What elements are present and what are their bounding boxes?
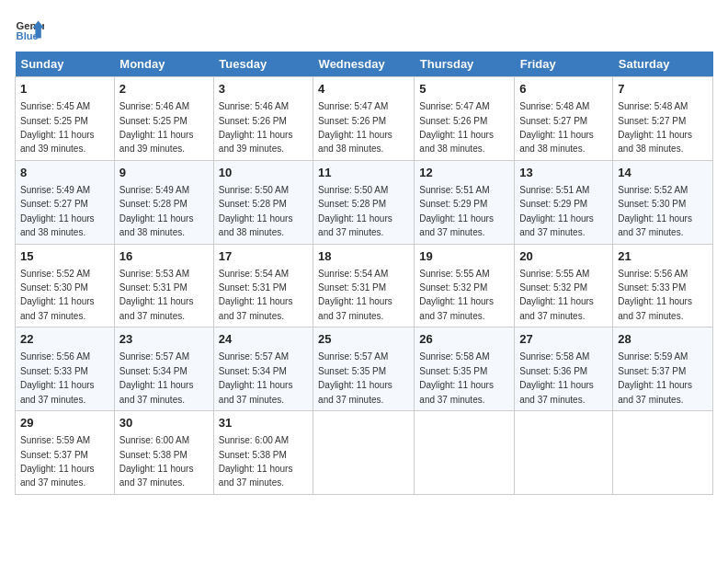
- day-number: 31: [219, 415, 308, 431]
- day-info: Sunrise: 5:53 AMSunset: 5:31 PMDaylight:…: [119, 269, 194, 321]
- day-info: Sunrise: 5:46 AMSunset: 5:25 PMDaylight:…: [119, 101, 194, 154]
- day-number: 4: [318, 81, 409, 98]
- day-number: 8: [20, 165, 109, 181]
- day-number: 7: [618, 81, 708, 98]
- calendar-cell: 12 Sunrise: 5:51 AMSunset: 5:29 PMDaylig…: [415, 160, 515, 244]
- day-info: Sunrise: 5:56 AMSunset: 5:33 PMDaylight:…: [20, 351, 95, 404]
- day-number: 22: [20, 331, 109, 348]
- calendar-cell: 7 Sunrise: 5:48 AMSunset: 5:27 PMDayligh…: [613, 77, 713, 161]
- calendar-cell: 27 Sunrise: 5:58 AMSunset: 5:36 PMDaylig…: [515, 327, 613, 411]
- day-info: Sunrise: 5:57 AMSunset: 5:34 PMDaylight:…: [219, 351, 293, 404]
- day-info: Sunrise: 5:51 AMSunset: 5:29 PMDaylight:…: [519, 185, 594, 237]
- day-number: 11: [318, 165, 409, 181]
- day-number: 24: [219, 331, 308, 348]
- calendar-cell: 17 Sunrise: 5:54 AMSunset: 5:31 PMDaylig…: [213, 244, 313, 327]
- day-info: Sunrise: 5:55 AMSunset: 5:32 PMDaylight:…: [519, 269, 594, 321]
- calendar-cell: 24 Sunrise: 5:57 AMSunset: 5:34 PMDaylig…: [213, 327, 313, 411]
- header: General Blue: [15, 15, 713, 44]
- calendar-cell: 15 Sunrise: 5:52 AMSunset: 5:30 PMDaylig…: [16, 244, 115, 327]
- day-number: 21: [618, 248, 708, 265]
- calendar-cell: 16 Sunrise: 5:53 AMSunset: 5:31 PMDaylig…: [114, 244, 213, 327]
- day-number: 6: [519, 81, 608, 98]
- day-number: 25: [318, 331, 409, 348]
- day-number: 3: [219, 81, 308, 98]
- day-info: Sunrise: 5:48 AMSunset: 5:27 PMDaylight:…: [618, 101, 692, 154]
- day-number: 14: [618, 165, 708, 181]
- logo: General Blue: [15, 15, 44, 44]
- day-info: Sunrise: 5:52 AMSunset: 5:30 PMDaylight:…: [618, 185, 692, 237]
- day-info: Sunrise: 5:59 AMSunset: 5:37 PMDaylight:…: [20, 435, 95, 488]
- day-info: Sunrise: 5:55 AMSunset: 5:32 PMDaylight:…: [419, 269, 494, 321]
- column-header-thursday: Thursday: [415, 52, 515, 77]
- svg-text:Blue: Blue: [17, 30, 39, 41]
- day-info: Sunrise: 5:47 AMSunset: 5:26 PMDaylight:…: [419, 101, 494, 154]
- calendar-cell: 26 Sunrise: 5:58 AMSunset: 5:35 PMDaylig…: [415, 327, 515, 411]
- day-info: Sunrise: 5:58 AMSunset: 5:35 PMDaylight:…: [419, 351, 494, 404]
- calendar-cell: [515, 411, 613, 495]
- day-number: 18: [318, 248, 409, 265]
- calendar-cell: 31 Sunrise: 6:00 AMSunset: 5:38 PMDaylig…: [213, 411, 313, 495]
- column-header-wednesday: Wednesday: [313, 52, 415, 77]
- week-row-5: 29 Sunrise: 5:59 AMSunset: 5:37 PMDaylig…: [16, 411, 713, 495]
- day-info: Sunrise: 5:45 AMSunset: 5:25 PMDaylight:…: [20, 101, 95, 154]
- day-info: Sunrise: 5:49 AMSunset: 5:27 PMDaylight:…: [20, 185, 95, 237]
- calendar-cell: 14 Sunrise: 5:52 AMSunset: 5:30 PMDaylig…: [613, 160, 713, 244]
- calendar-table: SundayMondayTuesdayWednesdayThursdayFrid…: [15, 52, 713, 495]
- calendar-cell: 2 Sunrise: 5:46 AMSunset: 5:25 PMDayligh…: [114, 77, 213, 161]
- day-info: Sunrise: 5:46 AMSunset: 5:26 PMDaylight:…: [219, 101, 293, 154]
- column-header-tuesday: Tuesday: [213, 52, 313, 77]
- calendar-cell: 5 Sunrise: 5:47 AMSunset: 5:26 PMDayligh…: [415, 77, 515, 161]
- day-number: 5: [419, 81, 509, 98]
- day-number: 1: [20, 81, 109, 98]
- calendar-cell: 23 Sunrise: 5:57 AMSunset: 5:34 PMDaylig…: [114, 327, 213, 411]
- day-info: Sunrise: 5:54 AMSunset: 5:31 PMDaylight:…: [318, 269, 392, 321]
- calendar-cell: 9 Sunrise: 5:49 AMSunset: 5:28 PMDayligh…: [114, 160, 213, 244]
- calendar-cell: 1 Sunrise: 5:45 AMSunset: 5:25 PMDayligh…: [16, 77, 115, 161]
- calendar-cell: [613, 411, 713, 495]
- day-info: Sunrise: 5:57 AMSunset: 5:35 PMDaylight:…: [318, 351, 392, 404]
- calendar-cell: [313, 411, 415, 495]
- calendar-cell: 6 Sunrise: 5:48 AMSunset: 5:27 PMDayligh…: [515, 77, 613, 161]
- calendar-cell: 21 Sunrise: 5:56 AMSunset: 5:33 PMDaylig…: [613, 244, 713, 327]
- day-number: 10: [219, 165, 308, 181]
- calendar-cell: 13 Sunrise: 5:51 AMSunset: 5:29 PMDaylig…: [515, 160, 613, 244]
- logo-icon: General Blue: [15, 15, 44, 44]
- column-header-saturday: Saturday: [613, 52, 713, 77]
- day-number: 12: [419, 165, 509, 181]
- day-number: 9: [119, 165, 209, 181]
- day-number: 27: [519, 331, 608, 348]
- week-row-1: 1 Sunrise: 5:45 AMSunset: 5:25 PMDayligh…: [16, 77, 713, 161]
- week-row-3: 15 Sunrise: 5:52 AMSunset: 5:30 PMDaylig…: [16, 244, 713, 327]
- day-info: Sunrise: 5:49 AMSunset: 5:28 PMDaylight:…: [119, 185, 194, 237]
- day-number: 30: [119, 415, 209, 431]
- week-row-4: 22 Sunrise: 5:56 AMSunset: 5:33 PMDaylig…: [16, 327, 713, 411]
- column-header-friday: Friday: [515, 52, 613, 77]
- day-info: Sunrise: 5:48 AMSunset: 5:27 PMDaylight:…: [519, 101, 594, 154]
- calendar-cell: 3 Sunrise: 5:46 AMSunset: 5:26 PMDayligh…: [213, 77, 313, 161]
- column-header-monday: Monday: [114, 52, 213, 77]
- day-info: Sunrise: 5:50 AMSunset: 5:28 PMDaylight:…: [318, 185, 392, 237]
- day-number: 28: [618, 331, 708, 348]
- calendar-cell: 30 Sunrise: 6:00 AMSunset: 5:38 PMDaylig…: [114, 411, 213, 495]
- day-number: 19: [419, 248, 509, 265]
- day-number: 2: [119, 81, 209, 98]
- day-info: Sunrise: 5:47 AMSunset: 5:26 PMDaylight:…: [318, 101, 392, 154]
- day-number: 17: [219, 248, 308, 265]
- day-number: 13: [519, 165, 608, 181]
- calendar-cell: 4 Sunrise: 5:47 AMSunset: 5:26 PMDayligh…: [313, 77, 415, 161]
- header-row: SundayMondayTuesdayWednesdayThursdayFrid…: [16, 52, 713, 77]
- calendar-cell: 18 Sunrise: 5:54 AMSunset: 5:31 PMDaylig…: [313, 244, 415, 327]
- day-number: 23: [119, 331, 209, 348]
- day-info: Sunrise: 5:58 AMSunset: 5:36 PMDaylight:…: [519, 351, 594, 404]
- day-number: 15: [20, 248, 109, 265]
- calendar-cell: 29 Sunrise: 5:59 AMSunset: 5:37 PMDaylig…: [16, 411, 115, 495]
- day-number: 16: [119, 248, 209, 265]
- week-row-2: 8 Sunrise: 5:49 AMSunset: 5:27 PMDayligh…: [16, 160, 713, 244]
- day-number: 29: [20, 415, 109, 431]
- calendar-cell: 22 Sunrise: 5:56 AMSunset: 5:33 PMDaylig…: [16, 327, 115, 411]
- day-info: Sunrise: 5:57 AMSunset: 5:34 PMDaylight:…: [119, 351, 194, 404]
- calendar-cell: 11 Sunrise: 5:50 AMSunset: 5:28 PMDaylig…: [313, 160, 415, 244]
- calendar-cell: 10 Sunrise: 5:50 AMSunset: 5:28 PMDaylig…: [213, 160, 313, 244]
- day-number: 20: [519, 248, 608, 265]
- calendar-cell: 20 Sunrise: 5:55 AMSunset: 5:32 PMDaylig…: [515, 244, 613, 327]
